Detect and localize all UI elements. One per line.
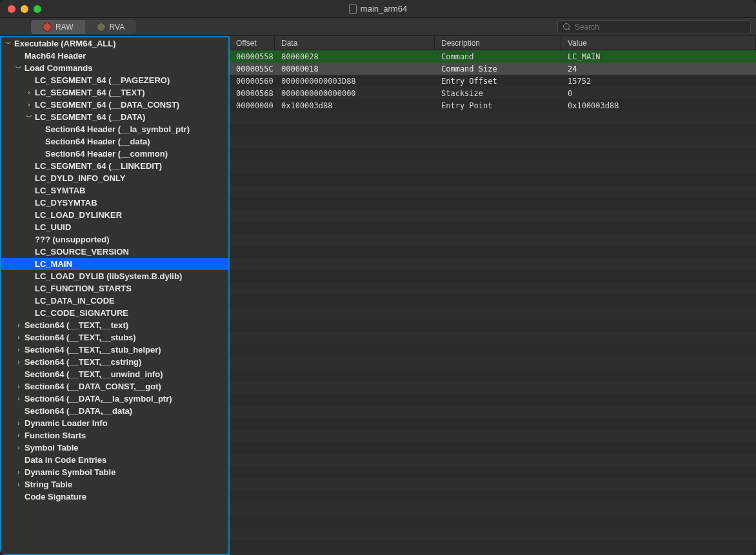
tab-raw[interactable]: RAW	[31, 20, 85, 34]
tree-item[interactable]: ›LC_SEGMENT_64 (__TEXT)	[1, 86, 228, 99]
chevron-down-icon[interactable]: ﹀	[5, 39, 12, 48]
column-header-value[interactable]: Value	[561, 36, 756, 50]
tree-item[interactable]: LC_SEGMENT_64 (__LINKEDIT)	[1, 160, 228, 172]
empty-row	[230, 467, 756, 479]
tree-item[interactable]: ›Section64 (__DATA_CONST,__got)	[1, 380, 228, 393]
column-header-description[interactable]: Description	[435, 36, 561, 50]
tree-item[interactable]: LC_SOURCE_VERSION	[1, 246, 228, 258]
tree-item-label: String Table	[25, 480, 72, 489]
tree-item[interactable]: ﹀Load Commands	[1, 62, 228, 74]
tree-item[interactable]: ›Section64 (__TEXT,__stubs)	[1, 331, 228, 344]
chevron-right-icon[interactable]: ›	[26, 89, 32, 96]
chevron-right-icon[interactable]: ›	[15, 395, 22, 402]
table-row[interactable]: 0000055880000028CommandLC_MAIN	[230, 50, 756, 63]
empty-row	[230, 112, 756, 124]
cell-data: 0000000000003D88	[275, 75, 435, 87]
chevron-right-icon[interactable]: ›	[15, 481, 22, 488]
tree-item[interactable]: LC_UUID	[1, 221, 228, 233]
tree-item[interactable]: LC_MAIN	[1, 258, 228, 270]
chevron-right-icon[interactable]: ›	[15, 469, 22, 476]
tree-item[interactable]: ›LC_SEGMENT_64 (__DATA_CONST)	[1, 99, 228, 111]
empty-row	[230, 479, 756, 491]
tree-item[interactable]: ??? (unsupported)	[1, 233, 228, 246]
minimize-window-button[interactable]	[21, 5, 28, 13]
empty-row	[230, 503, 756, 516]
tree-item[interactable]: ›String Table	[1, 478, 228, 491]
tree-item[interactable]: ›Section64 (__DATA,__la_symbol_ptr)	[1, 393, 228, 405]
column-header-offset[interactable]: Offset	[230, 36, 275, 50]
empty-row	[230, 222, 756, 234]
tree-item[interactable]: ﹀Executable (ARM64_ALL)	[1, 37, 228, 50]
empty-row	[230, 136, 756, 148]
tree-item-label: LC_SEGMENT_64 (__PAGEZERO)	[35, 75, 170, 85]
chevron-down-icon[interactable]: ﹀	[15, 64, 22, 73]
chevron-right-icon[interactable]: ›	[15, 432, 22, 439]
tree-item[interactable]: ›Function Starts	[1, 429, 228, 442]
cell-value: LC_MAIN	[561, 50, 756, 63]
tree-item[interactable]: LC_DYLD_INFO_ONLY	[1, 172, 228, 184]
chevron-right-icon[interactable]: ›	[15, 420, 22, 427]
tree-item[interactable]: Section64 (__TEXT,__unwind_info)	[1, 368, 228, 380]
tree-item[interactable]: ›Dynamic Symbol Table	[1, 466, 228, 478]
empty-row	[230, 161, 756, 173]
chevron-right-icon[interactable]: ›	[15, 346, 22, 353]
column-header-data[interactable]: Data	[275, 36, 435, 50]
traffic-lights	[0, 5, 41, 13]
tree-item[interactable]: Data in Code Entries	[1, 454, 228, 466]
cell-desc: Entry Point	[435, 99, 561, 112]
close-window-button[interactable]	[8, 5, 15, 13]
tree-item[interactable]: LC_DYSYMTAB	[1, 197, 228, 209]
maximize-window-button[interactable]	[34, 5, 41, 13]
chevron-right-icon[interactable]: ›	[15, 383, 22, 390]
cell-value: 0x100003d88	[561, 99, 756, 112]
tree-item[interactable]: LC_DATA_IN_CODE	[1, 295, 228, 307]
tree-item[interactable]: Section64 (__DATA,__data)	[1, 405, 228, 417]
tree-item[interactable]: Section64 Header (__data)	[1, 135, 228, 148]
empty-row	[230, 393, 756, 405]
table-row[interactable]: 000005680000000000000000Stacksize0	[230, 87, 756, 99]
chevron-right-icon[interactable]: ›	[15, 334, 22, 341]
tree-item[interactable]: Section64 Header (__common)	[1, 148, 228, 160]
tree-item-label: Section64 Header (__common)	[45, 149, 168, 159]
cell-offset: 0000055C	[230, 63, 275, 75]
tree-item[interactable]: LC_LOAD_DYLIB (libSystem.B.dylib)	[1, 270, 228, 282]
chevron-right-icon[interactable]: ›	[15, 322, 22, 329]
table-row[interactable]: 000005600000000000003D88Entry Offset1575…	[230, 75, 756, 87]
tree-item[interactable]: LC_FUNCTION_STARTS	[1, 282, 228, 295]
chevron-right-icon[interactable]: ›	[26, 101, 32, 108]
empty-row	[230, 430, 756, 442]
sidebar-tree[interactable]: ﹀Executable (ARM64_ALL)Mach64 Header﹀Loa…	[0, 36, 230, 555]
tree-item[interactable]: ›Dynamic Loader Info	[1, 417, 228, 429]
search-input[interactable]	[575, 23, 745, 32]
window-title: main_arm64	[361, 4, 407, 14]
tree-item[interactable]: ›Symbol Table	[1, 442, 228, 454]
tree-item[interactable]: LC_CODE_SIGNATURE	[1, 307, 228, 319]
empty-row	[230, 454, 756, 467]
chevron-right-icon[interactable]: ›	[15, 358, 22, 365]
tree-item[interactable]: Code Signature	[1, 491, 228, 503]
tree-item[interactable]: Mach64 Header	[1, 50, 228, 62]
tree-item[interactable]: ›Section64 (__TEXT,__cstring)	[1, 356, 228, 368]
tree-item[interactable]: ›Section64 (__TEXT,__stub_helper)	[1, 344, 228, 356]
search-field-wrap[interactable]	[557, 20, 751, 34]
tree-item-label: Section64 (__TEXT,__stub_helper)	[25, 345, 161, 355]
table-row[interactable]: 0000055C00000018Command Size24	[230, 63, 756, 75]
cell-offset: 00000560	[230, 75, 275, 87]
chevron-right-icon[interactable]: ›	[15, 444, 22, 451]
tree-item-label: Section64 (__DATA,__data)	[25, 406, 132, 416]
tree-item[interactable]: Section64 Header (__la_symbol_ptr)	[1, 123, 228, 135]
tab-rva[interactable]: RVA	[85, 20, 137, 34]
empty-row	[230, 540, 756, 552]
table-body[interactable]: 0000055880000028CommandLC_MAIN0000055C00…	[230, 50, 756, 555]
table-row[interactable]: 000000000x100003d88Entry Point0x100003d8…	[230, 99, 756, 112]
cell-desc: Command Size	[435, 63, 561, 75]
tree-item-label: Mach64 Header	[25, 51, 86, 61]
tree-item[interactable]: LC_SEGMENT_64 (__PAGEZERO)	[1, 74, 228, 86]
empty-row	[230, 197, 756, 209]
tree-item[interactable]: LC_LOAD_DYLINKER	[1, 209, 228, 221]
chevron-down-icon[interactable]: ﹀	[26, 113, 32, 122]
tree-item[interactable]: ﹀LC_SEGMENT_64 (__DATA)	[1, 111, 228, 123]
tree-item[interactable]: LC_SYMTAB	[1, 184, 228, 197]
tree-item-label: LC_DATA_IN_CODE	[35, 296, 115, 306]
tree-item[interactable]: ›Section64 (__TEXT,__text)	[1, 319, 228, 331]
